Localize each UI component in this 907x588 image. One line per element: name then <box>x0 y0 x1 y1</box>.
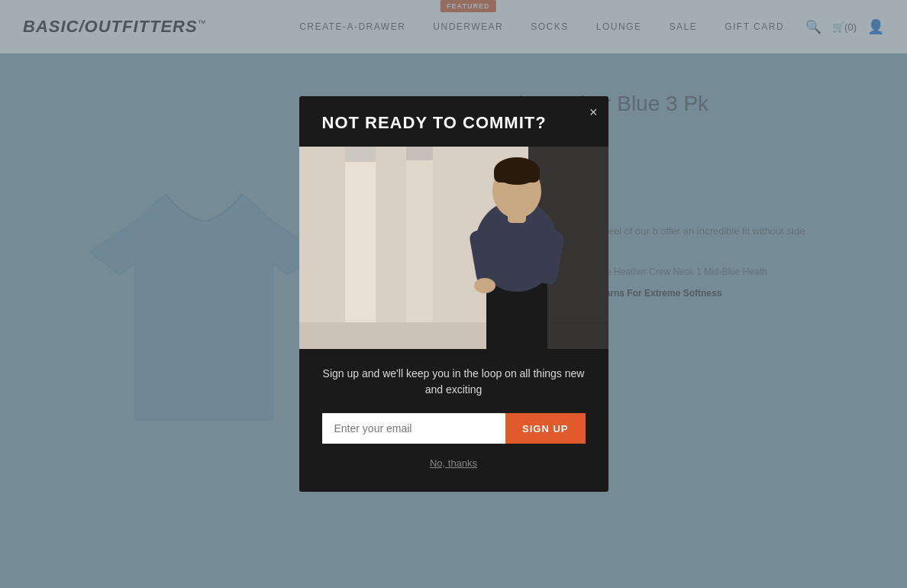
modal-title: NOT READY TO COMMIT? <box>322 113 586 133</box>
svg-rect-15 <box>494 166 540 183</box>
modal-close-button[interactable]: × <box>589 105 598 119</box>
email-form: SIGN UP <box>322 413 586 444</box>
no-thanks-link[interactable]: No, thanks <box>430 457 477 469</box>
email-input[interactable] <box>322 413 506 444</box>
svg-rect-4 <box>406 147 433 160</box>
svg-point-16 <box>474 278 495 293</box>
man-figure-svg <box>448 147 586 349</box>
svg-rect-3 <box>406 147 433 349</box>
modal-image <box>299 147 608 349</box>
modal-overlay: × NOT READY TO COMMIT? <box>0 0 907 588</box>
modal-body: Sign up and we'll keep you in the loop o… <box>299 349 608 492</box>
svg-rect-1 <box>345 147 376 349</box>
modal-header: NOT READY TO COMMIT? <box>299 96 608 147</box>
svg-rect-2 <box>345 147 376 162</box>
email-signup-modal: × NOT READY TO COMMIT? <box>299 96 608 492</box>
signup-button[interactable]: SIGN UP <box>505 413 585 444</box>
modal-subtitle: Sign up and we'll keep you in the loop o… <box>322 366 586 398</box>
